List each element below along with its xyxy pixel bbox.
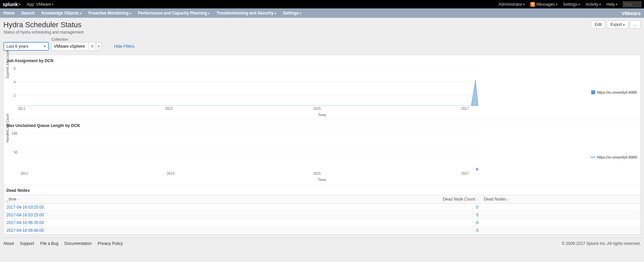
messages-menu[interactable]: 5Messages▾ xyxy=(530,2,558,7)
count-link[interactable]: 0 xyxy=(476,228,478,233)
more-button[interactable]: ... xyxy=(630,20,641,29)
time-link[interactable]: 2017-04-18 03:20:00 xyxy=(6,205,44,210)
count-link[interactable]: 0 xyxy=(476,220,478,225)
sort-icon: ◇ xyxy=(17,198,20,201)
footer-copyright: © 2005-2017 Splunk Inc. All rights reser… xyxy=(562,241,641,246)
page-title: Hydra Scheduler Status xyxy=(3,20,83,29)
collection-label: Collection: xyxy=(51,37,102,41)
activity-menu[interactable]: Activity▾ xyxy=(585,2,601,7)
dead-nodes-table: _time◇ Dead Node Count◇ Dead Nodes◇ 2017… xyxy=(4,195,640,234)
svg-text:2: 2 xyxy=(14,94,16,97)
footer-documentation[interactable]: Documentation xyxy=(64,241,92,246)
footer-about[interactable]: About xyxy=(3,241,14,246)
svg-text:6: 6 xyxy=(14,67,16,71)
panel-title-2: Max Unclaimed Queue Length by DCN xyxy=(4,120,640,130)
svg-rect-15 xyxy=(476,168,478,170)
svg-text:4: 4 xyxy=(14,80,16,84)
time-link[interactable]: 2017-04-18 06:35:00 xyxy=(6,220,44,225)
filters-row: Last 6 years▾ Collection: ✕ ▾ Hide Filte… xyxy=(0,35,644,55)
legend-line-icon xyxy=(591,157,595,158)
clear-collection-icon[interactable]: ✕ xyxy=(88,42,96,51)
app-selector[interactable]: App: VMware▾ xyxy=(27,2,53,7)
count-link[interactable]: 0 xyxy=(476,205,478,210)
svg-text:2015: 2015 xyxy=(313,172,321,175)
chevron-down-icon: ▾ xyxy=(44,45,46,48)
hide-filters-link[interactable]: Hide Filters xyxy=(114,44,135,49)
table-row: 2017-04-18 03:20:000 xyxy=(4,204,640,211)
svg-text:100: 100 xyxy=(12,132,17,135)
svg-text:2017: 2017 xyxy=(461,107,469,111)
chart2-plot[interactable]: 100 50 2011 2013 2015 2017 xyxy=(4,130,518,177)
count-link[interactable]: 0 xyxy=(476,213,478,217)
dead-nodes-title: Dead Nodes xyxy=(4,184,640,195)
svg-text:50: 50 xyxy=(14,150,18,154)
svg-text:2013: 2013 xyxy=(165,107,173,111)
chart2-legend[interactable]: https://io-vmwntly5:8089 xyxy=(591,155,637,159)
time-range-picker[interactable]: Last 6 years▾ xyxy=(3,42,49,51)
chart1-legend[interactable]: https://io-vmwntly5:8089 xyxy=(591,90,637,94)
time-link[interactable]: 2017-04-18 06:40:00 xyxy=(6,228,44,233)
table-row: 2017-04-18 06:40:000 xyxy=(4,227,640,234)
chart1-plot[interactable]: 6 4 2 2011 2013 2015 2017 xyxy=(4,65,518,112)
chart2-xlabel: Time xyxy=(4,178,640,182)
messages-badge: 5 xyxy=(530,2,535,7)
panel-job-assignment: Job Assignment by DCN Expired Job Count … xyxy=(3,55,641,235)
time-link[interactable]: 2017-04-18 03:25:00 xyxy=(6,213,44,217)
svg-text:2015: 2015 xyxy=(313,107,321,111)
nav-brand: VMware xyxy=(621,10,641,16)
settings-menu[interactable]: Settings▾ xyxy=(563,2,580,7)
nav-home[interactable]: Home xyxy=(3,11,14,15)
chart1-xlabel: Time xyxy=(4,113,640,117)
nav-troubleshooting[interactable]: Troubleshooting and Security▾ xyxy=(216,11,276,15)
sort-icon: ◇ xyxy=(476,198,478,201)
table-row: 2017-04-18 06:35:000 xyxy=(4,219,640,227)
collection-input[interactable] xyxy=(51,42,88,51)
chart1-ylabel: Expired Job Count xyxy=(6,51,9,78)
panel-title: Job Assignment by DCN xyxy=(4,55,640,65)
nav-search[interactable]: Search xyxy=(21,11,35,15)
nav-performance[interactable]: Performance and Capacity Planning▾ xyxy=(138,11,210,15)
footer: About Support File a Bug Documentation P… xyxy=(0,237,644,249)
svg-text:2017: 2017 xyxy=(461,172,469,175)
collection-dropdown-icon[interactable]: ▾ xyxy=(96,42,102,51)
footer-file-bug[interactable]: File a Bug xyxy=(40,241,58,246)
admin-menu[interactable]: Administrator▾ xyxy=(499,2,525,7)
sort-icon: ◇ xyxy=(507,198,510,201)
edit-button[interactable]: Edit xyxy=(591,20,606,29)
nav-proactive-monitoring[interactable]: Proactive Monitoring▾ xyxy=(88,11,131,15)
table-row: 2017-04-18 03:25:000 xyxy=(4,211,640,219)
help-menu[interactable]: Help▾ xyxy=(606,2,617,7)
svg-text:2011: 2011 xyxy=(21,172,28,175)
footer-support[interactable]: Support xyxy=(20,241,34,246)
nav-knowledge-objects[interactable]: Knowledge Objects▾ xyxy=(41,11,81,15)
nav-settings[interactable]: Settings▾ xyxy=(283,11,301,15)
splunk-logo[interactable]: splunk> xyxy=(3,2,21,7)
topbar: splunk> App: VMware▾ Administrator▾ 5Mes… xyxy=(0,0,644,8)
th-nodes[interactable]: Dead Nodes◇ xyxy=(481,195,640,204)
page-subtitle: Status of hydra scheduling and managemen… xyxy=(3,30,83,35)
footer-privacy[interactable]: Privacy Policy xyxy=(98,241,123,246)
svg-text:2013: 2013 xyxy=(167,172,175,175)
th-count[interactable]: Dead Node Count◇ xyxy=(284,195,481,204)
svg-text:2011: 2011 xyxy=(18,107,26,111)
find-input[interactable] xyxy=(623,1,641,7)
legend-swatch-icon xyxy=(591,90,595,94)
chart2-ylabel: Handled Job Count xyxy=(6,114,9,143)
export-button[interactable]: Export▾ xyxy=(607,20,629,29)
page-header: Hydra Scheduler Status Status of hydra s… xyxy=(0,18,644,35)
app-navbar: Home Search Knowledge Objects▾ Proactive… xyxy=(0,8,644,18)
th-time[interactable]: _time◇ xyxy=(4,195,284,204)
